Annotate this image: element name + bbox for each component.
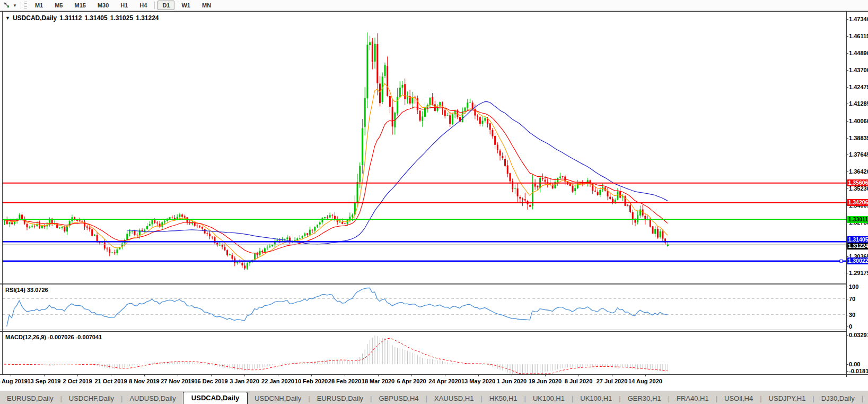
axis-tick: [846, 326, 848, 327]
chart-tab-audusd-daily[interactable]: AUDUSD,Daily: [122, 393, 182, 404]
axis-tick: [846, 171, 848, 172]
timeframe-button-m30[interactable]: M30: [93, 1, 113, 10]
date-axis-tick: [478, 374, 479, 376]
price-axis-label: 1.42475: [849, 84, 868, 90]
date-axis-tick: [244, 374, 245, 376]
date-axis-tick: [278, 374, 278, 376]
timeframe-button-h1[interactable]: H1: [116, 1, 133, 10]
pane-divider[interactable]: [0, 283, 846, 283]
timeframe-button-h4[interactable]: H4: [135, 1, 152, 10]
pane-divider[interactable]: [0, 330, 846, 330]
date-axis-label: 27 Jul 2020: [597, 378, 628, 384]
date-axis-tick: [311, 374, 312, 376]
axis-tick: [846, 104, 848, 104]
axis-tick: [846, 70, 848, 71]
price-axis-label: 1.46115: [849, 33, 868, 39]
price-axis-line[interactable]: [846, 11, 847, 377]
rsi-line: [7, 288, 668, 327]
price-axis-label: 1.44890: [849, 50, 868, 56]
chart-tab-hk50-h1[interactable]: HK50,H1: [483, 393, 524, 404]
date-axis-tick: [578, 374, 579, 376]
chart-tab-usdchf-daily[interactable]: USDCHF,Daily: [62, 393, 121, 404]
chart-tab-dj30-daily[interactable]: DJ30,Daily: [814, 393, 862, 404]
ohlc-close: 1.31224: [136, 14, 159, 22]
cursor-dropdown-caret[interactable]: ▼: [13, 3, 19, 8]
date-axis-tick: [178, 374, 178, 376]
date-axis-label: 3 Jan 2020: [230, 378, 259, 384]
date-axis-tick: [111, 374, 111, 376]
price-axis-label: 1.40060: [849, 118, 868, 124]
rsi-axis-label: 100: [849, 283, 858, 290]
date-axis-label: 19 Jun 2020: [529, 378, 562, 384]
date-axis-tick: [411, 374, 412, 376]
axis-tick: [846, 36, 848, 37]
axis-tick: [846, 53, 848, 54]
timeframe-button-m5[interactable]: M5: [50, 1, 67, 10]
price-axis-label: 1.37645: [849, 151, 868, 158]
toolbar-grip[interactable]: [24, 2, 27, 9]
moving-average-mid: [4, 107, 668, 253]
chart-tab-eurusd-daily[interactable]: EURUSD,Daily: [310, 393, 370, 404]
date-axis-label: 13 May 2020: [461, 378, 495, 384]
chart-tab-uk100-h1[interactable]: UK100,H1: [573, 393, 619, 404]
date-axis-label: 24 Apr 2020: [428, 378, 461, 384]
timeframe-button-w1[interactable]: W1: [177, 1, 195, 10]
axis-tick: [846, 335, 848, 336]
chart-tab-usdjpy-h1[interactable]: USDJPY,H1: [762, 393, 813, 404]
date-axis-label: 21 Oct 2019: [94, 378, 127, 384]
date-axis-label: 2 Oct 2019: [63, 378, 92, 384]
date-axis-tick: [378, 374, 379, 376]
chart-tab-uk100-h1[interactable]: UK100,H1: [526, 393, 572, 404]
macd-signal-line: [4, 338, 668, 374]
timeframe-button-mn[interactable]: MN: [197, 1, 216, 10]
timeframe-button-m1[interactable]: M1: [30, 1, 48, 10]
price-axis-label: 1.47340: [849, 16, 868, 22]
chart-tab-usdcnh-daily[interactable]: USDCNH,Daily: [248, 393, 308, 404]
date-axis-label: 6 Apr 2020: [397, 378, 426, 384]
chart-symbol: USDCAD,Daily: [13, 14, 57, 22]
axis-tick: [846, 188, 848, 189]
date-axis-tick: [512, 374, 512, 376]
date-axis-tick: [645, 374, 646, 376]
hline-drag-handle: [840, 260, 843, 262]
chart-tab-fra40-h1[interactable]: FRA40,H1: [670, 393, 716, 404]
date-axis-label: 8 Nov 2019: [129, 378, 159, 384]
date-axis-tick: [545, 374, 546, 376]
chart-tab-usdcad-daily[interactable]: USDCAD,Daily: [183, 392, 248, 404]
price-chart-pane[interactable]: [3, 12, 846, 283]
price-badge: 1.35606: [847, 179, 868, 186]
chart-tab-ger30-h1[interactable]: GER30,H1: [621, 393, 668, 404]
chart-tab-gbpusd-h4[interactable]: GBPUSD,H4: [372, 393, 425, 404]
date-axis-label: 13 Sep 2019: [28, 378, 61, 384]
price-axis-label: 1.43700: [849, 67, 868, 73]
macd-pane[interactable]: [3, 332, 846, 374]
moving-average-slow: [127, 102, 668, 244]
axis-tick: [846, 138, 848, 139]
date-axis-tick: [144, 374, 145, 376]
axis-tick: [846, 299, 848, 299]
axis-tick: [846, 273, 848, 273]
toolbar-separator: [154, 2, 155, 9]
timeframe-button-d1[interactable]: D1: [157, 1, 174, 10]
moving-average-fast: [4, 83, 668, 261]
price-axis-label: 1.38835: [849, 135, 868, 141]
date-axis-label: 22 Jan 2020: [261, 378, 294, 384]
rsi-indicator-label: RSI(14) 33.0726: [5, 287, 48, 293]
collapse-triangle-icon[interactable]: ▼: [5, 15, 10, 21]
rsi-pane[interactable]: [3, 285, 846, 330]
crosshair-cursor-icon[interactable]: [0, 1, 13, 10]
axis-tick: [846, 154, 848, 155]
timeframe-button-m15[interactable]: M15: [69, 1, 90, 10]
chart-tab-usoil-h4[interactable]: USOil,H4: [717, 393, 760, 404]
price-axis-label: 1.29175: [849, 270, 868, 276]
rsi-axis-label: 70: [849, 296, 855, 302]
chart-tab-china300-h1[interactable]: CHINA300,H1: [863, 393, 868, 404]
ohlc-open: 1.31112: [59, 14, 82, 22]
chart-bottom-border: [0, 374, 868, 375]
chart-tab-bar: EURUSD,Daily|USDCHF,Daily|AUDUSD,DailyUS…: [0, 391, 868, 404]
date-axis-label: 16 Dec 2019: [195, 378, 228, 384]
axis-tick: [846, 315, 848, 315]
chart-tab-eurusd-daily[interactable]: EURUSD,Daily: [0, 393, 60, 404]
chart-tab-xauusd-h1[interactable]: XAUUSD,H1: [427, 393, 480, 404]
chart-title[interactable]: ▼ USDCAD,Daily 1.31112 1.31405 1.31025 1…: [5, 14, 159, 22]
